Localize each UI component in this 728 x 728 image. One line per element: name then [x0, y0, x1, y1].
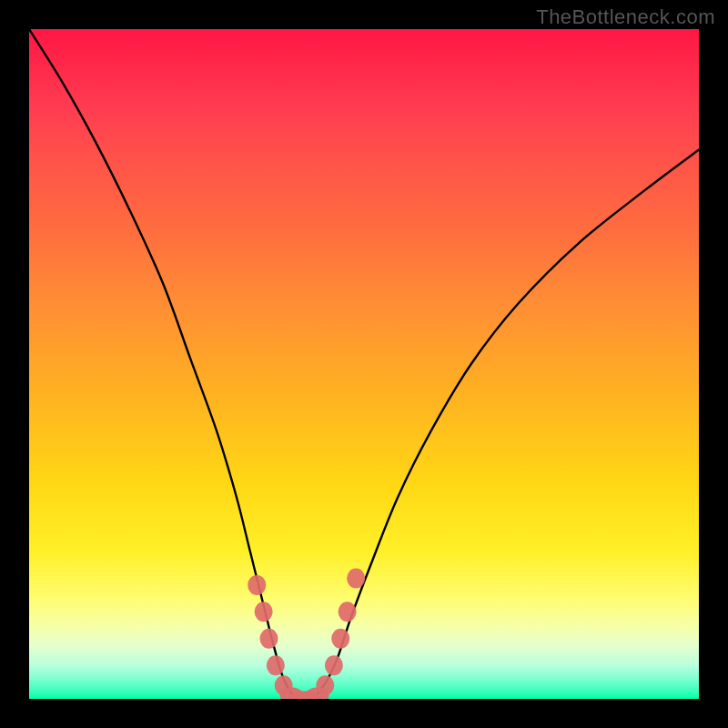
- curve-layer: [29, 29, 699, 699]
- bottleneck-curve: [29, 29, 699, 699]
- watermark-label: TheBottleneck.com: [536, 5, 715, 29]
- highlight-marker: [325, 655, 343, 675]
- highlight-marker: [248, 575, 266, 595]
- highlight-marker: [255, 602, 273, 622]
- highlight-marker: [267, 655, 285, 675]
- highlight-marker: [339, 602, 357, 622]
- chart-frame: TheBottleneck.com: [0, 0, 728, 728]
- highlight-marker: [259, 629, 278, 649]
- plot-area: [29, 29, 699, 699]
- highlight-marker: [347, 569, 365, 589]
- highlight-marker: [316, 675, 334, 695]
- highlight-marker: [331, 629, 349, 649]
